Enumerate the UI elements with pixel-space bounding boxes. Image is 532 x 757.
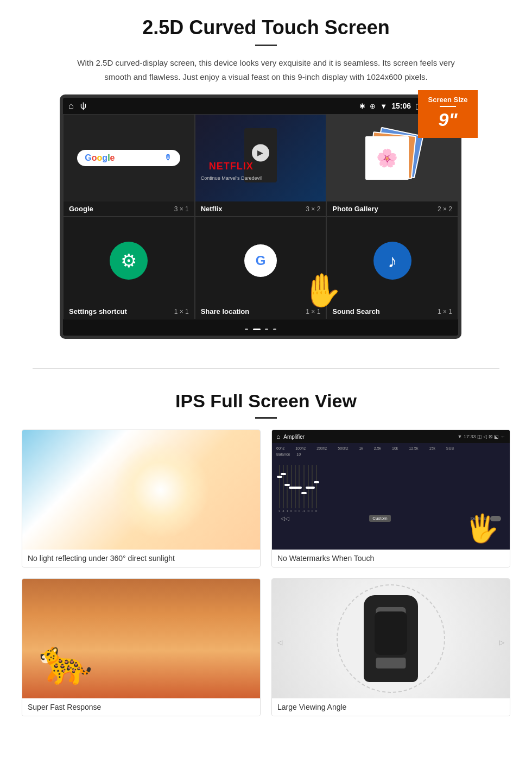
netflix-play-button[interactable]: ▶ bbox=[252, 144, 269, 161]
wifi-icon: ▼ bbox=[380, 102, 387, 110]
app-cell-netflix[interactable]: ▶ NETFLIX Continue Marvel's Daredevil Ne… bbox=[195, 114, 327, 217]
settings-label-row: Settings shortcut 1 × 1 bbox=[64, 304, 194, 319]
app-grid: Google 🎙 Google 3 × 1 bbox=[63, 114, 458, 319]
netflix-size: 3 × 2 bbox=[306, 205, 320, 213]
amp-label-10k: 10k bbox=[392, 446, 398, 450]
eq-bar-5: 0 bbox=[294, 465, 296, 513]
amp-label-100: 100hz bbox=[295, 446, 306, 450]
amp-vol-10: 10 bbox=[296, 452, 301, 456]
section2-divider bbox=[255, 417, 277, 419]
netflix-logo-area: NETFLIX Continue Marvel's Daredevil bbox=[201, 161, 262, 182]
sound-icon: ♪ bbox=[373, 242, 411, 280]
sound-cell-inner: ♪ bbox=[327, 217, 458, 304]
gallery-size: 2 × 2 bbox=[438, 205, 452, 213]
amp-title: Amplifier bbox=[283, 434, 305, 440]
eq-bar-8: 0 bbox=[307, 465, 309, 513]
section2-title: IPS Full Screen View bbox=[22, 390, 510, 412]
eq-handle-1[interactable] bbox=[277, 476, 282, 478]
eq-val-2: 4 bbox=[282, 509, 284, 513]
amp-status-icons: ▼ 17:33 ◫ ◁ ⊠ ⬕ ← bbox=[458, 434, 505, 439]
car-image: ◁ ▷ bbox=[272, 579, 510, 698]
section1-title: 2.5D Curved Touch Screen bbox=[33, 16, 499, 39]
gallery-label-row: Photo Gallery 2 × 2 bbox=[327, 201, 458, 216]
google-search-bar[interactable]: Google 🎙 bbox=[77, 150, 180, 166]
sound-size: 1 × 1 bbox=[438, 308, 452, 316]
status-time: 15:06 bbox=[391, 102, 411, 110]
amp-header: ⌂ Amplifier ▼ 17:33 ◫ ◁ ⊠ ⬕ ← bbox=[272, 430, 510, 443]
amp-label-sub: SUB bbox=[446, 446, 454, 450]
eq-handle-3[interactable] bbox=[284, 484, 290, 486]
pagination-dot-1 bbox=[245, 329, 248, 330]
eq-bar-9: 0 bbox=[312, 465, 313, 513]
amp-home-icon: ⌂ bbox=[276, 433, 280, 440]
photo-card-3 bbox=[365, 136, 409, 180]
amp-label-500: 500hz bbox=[338, 446, 348, 450]
eq-val-8: 0 bbox=[307, 509, 309, 513]
eq-bar-4: 0 bbox=[290, 465, 292, 513]
eq-handle-6[interactable] bbox=[296, 487, 302, 489]
eq-handle-10[interactable] bbox=[314, 481, 319, 483]
amp-custom-button[interactable]: Custom bbox=[369, 515, 391, 522]
settings-size: 1 × 1 bbox=[174, 308, 189, 316]
amp-label-2k5: 2.5k bbox=[374, 446, 381, 450]
settings-icon: ⚙ bbox=[110, 242, 148, 280]
photo-stack bbox=[365, 131, 420, 185]
google-mic-icon[interactable]: 🎙 bbox=[164, 153, 173, 163]
app-cell-maps[interactable]: G 🤚 Share location 1 × 1 bbox=[195, 217, 327, 319]
maps-cell-inner: G 🤚 bbox=[195, 217, 326, 304]
amp-eq-bars: 3 4 1 bbox=[276, 458, 505, 513]
google-cell-inner: Google 🎙 bbox=[64, 115, 194, 201]
settings-cell-inner: ⚙ bbox=[64, 217, 194, 304]
usb-icon: ψ bbox=[80, 101, 86, 111]
eq-val-3: 1 bbox=[287, 509, 288, 513]
section-curved-screen: 2.5D Curved Touch Screen With 2.5D curve… bbox=[0, 0, 532, 352]
eq-bar-3: 1 bbox=[287, 465, 288, 513]
eq-track-10 bbox=[316, 465, 317, 508]
google-label-row: Google 3 × 1 bbox=[64, 201, 194, 216]
pagination-dot-2 bbox=[253, 329, 261, 330]
eq-val-10: 0 bbox=[315, 509, 317, 513]
feature-card-car: ◁ ▷ Large Viewing Angle bbox=[271, 578, 510, 716]
google-size: 3 × 1 bbox=[174, 205, 189, 213]
eq-val-9: 0 bbox=[312, 509, 313, 513]
bluetooth-icon: ✱ bbox=[359, 102, 365, 110]
netflix-thumbnail: ▶ NETFLIX Continue Marvel's Daredevil bbox=[195, 115, 326, 201]
eq-val-1: 3 bbox=[278, 509, 280, 513]
app-cell-settings[interactable]: ⚙ Settings shortcut 1 × 1 bbox=[63, 217, 195, 319]
eq-bar-6: 0 bbox=[299, 465, 300, 513]
eq-handle-2[interactable] bbox=[281, 473, 286, 475]
eq-track-2 bbox=[283, 465, 284, 508]
netflix-sub-text: Continue Marvel's Daredevil bbox=[201, 175, 262, 181]
hand-on-screen-icon: 🖐 bbox=[465, 513, 499, 544]
amplifier-image: ⌂ Amplifier ▼ 17:33 ◫ ◁ ⊠ ⬕ ← 60hz 100hz… bbox=[272, 430, 510, 550]
eq-track-1 bbox=[279, 465, 280, 508]
status-bar: ⌂ ψ ✱ ⊕ ▼ 15:06 ◫ ◁ ⊠ ⬕ bbox=[63, 98, 458, 114]
feature-card-sunlight: No light reflecting under 360° direct su… bbox=[22, 430, 261, 567]
amp-label-60: 60hz bbox=[276, 446, 284, 450]
hand-pointer-icon: 🤚 bbox=[301, 271, 342, 310]
app-cell-sound[interactable]: ♪ Sound Search 1 × 1 bbox=[326, 217, 458, 319]
amplifier-caption: No Watermarks When Touch bbox=[272, 550, 510, 567]
eq-track-8 bbox=[308, 465, 309, 508]
eq-handle-9[interactable] bbox=[309, 487, 315, 489]
android-device: ⌂ ψ ✱ ⊕ ▼ 15:06 ◫ ◁ ⊠ ⬕ bbox=[60, 94, 461, 339]
app-cell-google[interactable]: Google 🎙 Google 3 × 1 bbox=[63, 114, 195, 217]
sun-glare bbox=[112, 441, 210, 539]
section1-description: With 2.5D curved-display screen, this de… bbox=[71, 56, 461, 84]
eq-bar-10: 0 bbox=[315, 465, 317, 513]
eq-handle-7[interactable] bbox=[301, 492, 307, 494]
amp-prev-icon[interactable]: ◁◁ bbox=[281, 515, 289, 521]
eq-val-5: 0 bbox=[294, 509, 296, 513]
badge-label: Screen Size bbox=[425, 96, 471, 104]
sunlight-image bbox=[22, 430, 260, 550]
home-icon[interactable]: ⌂ bbox=[68, 101, 74, 111]
eq-track-6 bbox=[299, 465, 300, 508]
eq-val-6: 0 bbox=[299, 509, 300, 513]
car-caption: Large Viewing Angle bbox=[272, 698, 510, 716]
amp-label-200: 200hz bbox=[316, 446, 327, 450]
status-left: ⌂ ψ bbox=[68, 101, 86, 111]
view-arrow-right-icon: ▷ bbox=[499, 639, 504, 646]
google-logo: Google bbox=[85, 153, 115, 163]
section1-divider bbox=[255, 45, 277, 46]
netflix-cell-inner: ▶ NETFLIX Continue Marvel's Daredevil bbox=[195, 115, 326, 201]
